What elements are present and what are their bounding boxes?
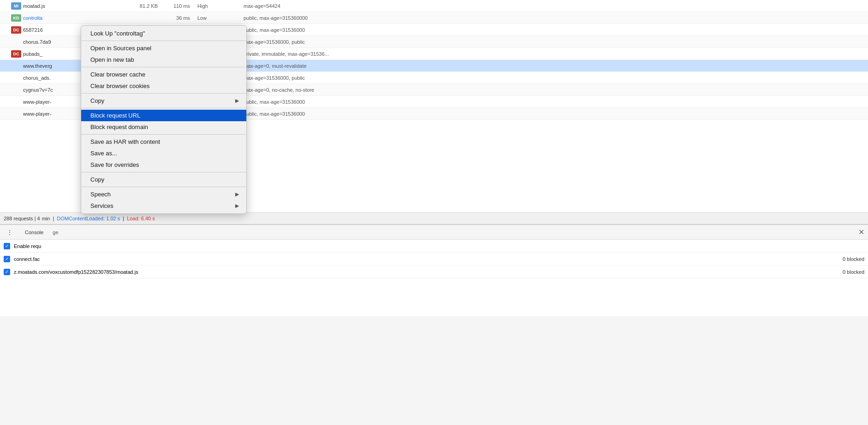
console-row[interactable]: ✓ connect.fac 0 blocked	[0, 253, 868, 266]
row-cache: max-age=0, must-revalidate	[240, 63, 866, 69]
dom-content-loaded: DOMContentLoaded: 1.02 s	[57, 216, 120, 221]
menu-separator	[81, 41, 246, 41]
row-cache: public, max-age=315360000	[240, 15, 866, 21]
row-cache: max-age=31536000, public	[240, 39, 866, 45]
console-area: ⋮ Console ge ✕ ✓ Enable requ ✓ connect.f…	[0, 224, 868, 316]
menu-item-label: Speech	[90, 191, 235, 198]
menu-separator	[81, 134, 246, 135]
row-badge-mi: MI	[11, 2, 21, 10]
menu-separator	[81, 187, 246, 187]
moatads-label: z.moatads.com/voxcustomdfp152282307853/m…	[14, 269, 138, 275]
separator-pipe2: |	[123, 216, 124, 221]
menu-item-label: Services	[90, 202, 235, 209]
menu-item-block-url[interactable]: Block request URL	[81, 110, 246, 121]
selected-text: controlta	[23, 15, 42, 21]
blocked-count: 0 blocked	[843, 256, 864, 262]
row-badge-empty6	[11, 110, 21, 118]
requests-count: 288 requests | 4	[4, 216, 40, 221]
row-badge-empty5	[11, 98, 21, 106]
submenu-arrow-icon: ▶	[235, 98, 239, 104]
console-tab[interactable]: Console	[23, 230, 45, 235]
row-cache: max-age=54424	[240, 3, 866, 9]
console-row: ✓ Enable requ	[0, 240, 868, 253]
table-row[interactable]: KD controlta 36 ms Low public, max-age=3…	[0, 12, 868, 24]
row-badge-empty2	[11, 62, 21, 70]
menu-item-label: Block request domain	[90, 124, 239, 130]
row-time: 36 ms	[161, 15, 194, 21]
checkbox-connect[interactable]: ✓	[4, 256, 10, 262]
menu-separator	[81, 93, 246, 94]
menu-item-speech[interactable]: Speech ▶	[81, 189, 246, 200]
menu-item-label: Open in Sources panel	[90, 45, 239, 52]
row-cache: max-age=0, no-cache, no-store	[240, 87, 866, 93]
context-menu: Look Up "controltag" Open in Sources pan…	[81, 25, 247, 214]
menu-item-label: Save as HAR with content	[90, 138, 239, 145]
menu-item-label: Copy	[90, 97, 235, 104]
menu-item-label: Open in new tab	[90, 56, 239, 63]
menu-item-label: Save as...	[90, 150, 239, 157]
menu-item-save-har[interactable]: Save as HAR with content	[81, 136, 246, 148]
row-badge-empty4	[11, 86, 21, 94]
separator-pipe: |	[53, 216, 54, 221]
menu-item-label: Block request URL	[90, 112, 239, 119]
row-badge-dc: DC	[11, 26, 21, 34]
row-badge-kd: KD	[11, 14, 21, 22]
row-cache: private, immutable, max-age=31536...	[240, 51, 866, 57]
row-name[interactable]: moatad.js	[23, 3, 125, 9]
menu-item-clear-cache[interactable]: Clear browser cache	[81, 69, 246, 80]
checkbox-enable[interactable]: ✓	[4, 243, 10, 249]
filter-text: ge	[53, 230, 58, 235]
submenu-arrow-icon: ▶	[235, 203, 239, 209]
checkbox-moatads[interactable]: ✓	[4, 269, 10, 275]
menu-item-copy-top[interactable]: Copy ▶	[81, 95, 246, 106]
min-label: min	[42, 216, 50, 221]
row-badge-empty3	[11, 74, 21, 82]
menu-item-label: Clear browser cache	[90, 71, 239, 78]
row-time: 110 ms	[161, 3, 194, 9]
console-header: ⋮ Console ge ✕	[0, 225, 868, 240]
row-cache: public, max-age=31536000	[240, 99, 866, 105]
menu-item-label: Copy	[90, 176, 239, 183]
menu-item-label: Look Up "controltag"	[90, 30, 239, 37]
connect-label: connect.fac	[14, 256, 40, 262]
load-time: Load: 6.40 s	[127, 216, 155, 221]
menu-separator	[81, 108, 246, 108]
row-badge-empty	[11, 38, 21, 46]
row-priority: High	[194, 3, 240, 9]
menu-separator	[81, 67, 246, 67]
menu-item-open-sources[interactable]: Open in Sources panel	[81, 42, 246, 54]
row-priority: Low	[194, 15, 240, 21]
menu-item-save-as[interactable]: Save as...	[81, 148, 246, 159]
row-cache: max-age=31536000, public	[240, 75, 866, 81]
menu-item-copy-bottom[interactable]: Copy	[81, 174, 246, 185]
menu-item-clear-cookies[interactable]: Clear browser cookies	[81, 80, 246, 92]
menu-separator	[81, 172, 246, 172]
row-size: 81.2 KB	[125, 3, 161, 9]
row-name[interactable]: controlta	[23, 15, 125, 21]
menu-item-open-new-tab[interactable]: Open in new tab	[81, 54, 246, 65]
row-cache: public, max-age=31536000	[240, 27, 866, 33]
menu-item-label: Clear browser cookies	[90, 83, 239, 89]
menu-item-save-overrides[interactable]: Save for overrides	[81, 159, 246, 171]
console-row[interactable]: ✓ z.moatads.com/voxcustomdfp152282307853…	[0, 266, 868, 278]
blocked-count2: 0 blocked	[843, 269, 864, 275]
submenu-arrow-icon: ▶	[235, 191, 239, 197]
enable-req-label: Enable requ	[14, 243, 41, 249]
menu-item-label: Save for overrides	[90, 161, 239, 168]
row-cache: public, max-age=31536000	[240, 111, 866, 117]
menu-item-services[interactable]: Services ▶	[81, 200, 246, 212]
three-dots-icon[interactable]: ⋮	[4, 229, 16, 236]
menu-item-lookup[interactable]: Look Up "controltag"	[81, 28, 246, 39]
close-button[interactable]: ✕	[858, 228, 864, 236]
menu-item-block-domain[interactable]: Block request domain	[81, 121, 246, 133]
table-row[interactable]: MI moatad.js 81.2 KB 110 ms High max-age…	[0, 0, 868, 12]
row-badge-dc2: DC	[11, 50, 21, 58]
